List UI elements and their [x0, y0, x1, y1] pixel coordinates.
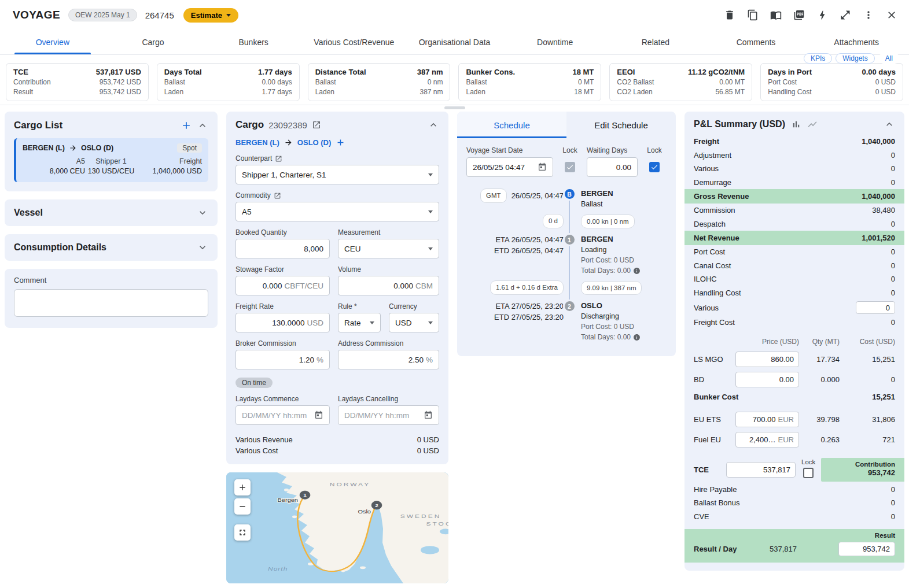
- euets-price-input[interactable]: 700.00EUR: [735, 412, 799, 427]
- route-map[interactable]: NORWAY SWEDEN STOC Bergen Oslo North 1 2: [226, 472, 448, 583]
- pdf-export-button[interactable]: [789, 5, 809, 25]
- tab-downtime[interactable]: Downtime: [505, 30, 605, 54]
- expand-consumption-button[interactable]: [197, 242, 208, 253]
- kpi-card-eeoi: EEOI11.12 gCO2/tNM CO2 Ballast0.00 MT CO…: [609, 63, 752, 101]
- commodity-select[interactable]: A5: [235, 202, 439, 221]
- voyage-start-lock-checkbox[interactable]: [565, 162, 575, 172]
- open-in-new-icon[interactable]: [275, 155, 282, 162]
- voyage-number: 264745: [145, 10, 174, 20]
- pnl-row-despatch: Despatch0: [694, 217, 895, 231]
- rule-select[interactable]: Rate: [338, 313, 381, 332]
- freight-rate-input[interactable]: 130.0000USD: [235, 313, 330, 332]
- voyage-start-input[interactable]: 26/05/25 04:47: [466, 157, 553, 177]
- tab-various-cost-revenue[interactable]: Various Cost/Revenue: [304, 30, 404, 54]
- pnl-row-commission: Commission38,480: [694, 204, 895, 217]
- timeline-marker-ballast: B: [565, 189, 575, 199]
- expand-vessel-button[interactable]: [197, 207, 208, 219]
- contribution-cell: Contribution 953,742: [821, 458, 904, 482]
- cargo-column: Cargo 23092389 BERGEN (L) OSLO (D) Count…: [226, 112, 448, 583]
- report-button[interactable]: [766, 5, 786, 25]
- tab-schedule[interactable]: Schedule: [457, 112, 566, 138]
- broker-commission-input[interactable]: 1.20%: [235, 350, 330, 369]
- tab-attachments[interactable]: Attachments: [806, 30, 907, 54]
- various-revenue-value: 0 USD: [417, 434, 439, 445]
- quick-actions-button[interactable]: [812, 5, 833, 25]
- tce-input[interactable]: 537,817: [726, 462, 796, 478]
- tce-lock-checkbox[interactable]: [803, 468, 814, 478]
- estimate-dropdown-button[interactable]: Estimate: [183, 8, 238, 23]
- bolt-icon: [816, 9, 828, 21]
- chevron-down-icon: [428, 210, 433, 213]
- currency-select[interactable]: USD: [389, 313, 439, 332]
- toolbar-icons: [719, 5, 902, 25]
- close-button[interactable]: [881, 5, 902, 25]
- voyage-app: VOYAGE OEW 2025 May 1 264745 Estimate Ov…: [0, 0, 909, 588]
- waiting-days-input[interactable]: 0.00: [587, 157, 638, 177]
- map-marker-2[interactable]: 2: [371, 501, 382, 509]
- route-discharge-port-link[interactable]: OSLO (D): [297, 138, 332, 147]
- counterpart-select[interactable]: Shipper 1, Charterer, S1: [235, 165, 439, 184]
- timeline-marker-2: 2: [565, 301, 575, 311]
- more-menu-button[interactable]: [858, 5, 879, 25]
- info-icon[interactable]: [633, 334, 641, 341]
- copy-button[interactable]: [742, 5, 763, 25]
- info-icon[interactable]: [633, 267, 641, 275]
- toggle-all[interactable]: All: [878, 53, 900, 64]
- tab-cargo[interactable]: Cargo: [103, 30, 204, 54]
- tab-edit-schedule[interactable]: Edit Schedule: [566, 112, 676, 138]
- tab-overview[interactable]: Overview: [2, 30, 103, 54]
- address-commission-input[interactable]: 2.50%: [338, 350, 439, 369]
- tab-related[interactable]: Related: [605, 30, 706, 54]
- bd-cost: 0: [844, 375, 895, 384]
- collapse-cargo-detail-button[interactable]: [428, 119, 439, 131]
- open-in-new-icon[interactable]: [274, 192, 281, 199]
- fueleu-label: Fuel EU: [694, 435, 731, 444]
- add-cargo-button[interactable]: [181, 120, 192, 131]
- zoom-out-button[interactable]: [234, 498, 251, 515]
- waiting-days-lock-checkbox[interactable]: [649, 162, 660, 172]
- calendar-icon[interactable]: [314, 411, 323, 420]
- cargo-quantity: 8,000 CEU: [23, 167, 85, 176]
- cargo-freight-label: Freight: [137, 157, 202, 167]
- comment-input[interactable]: [14, 289, 208, 317]
- booked-quantity-input[interactable]: 8,000: [235, 239, 330, 258]
- bd-price-input[interactable]: 0.00: [735, 372, 799, 387]
- expand-button[interactable]: [835, 5, 856, 25]
- collapse-cargo-list-button[interactable]: [197, 120, 208, 131]
- zoom-in-button[interactable]: [234, 479, 251, 495]
- calendar-icon[interactable]: [424, 411, 433, 420]
- euets-qty: 39.798: [804, 415, 840, 424]
- volume-input[interactable]: 0.000CBM: [338, 276, 439, 295]
- measurement-select[interactable]: CEU: [338, 239, 439, 258]
- open-cargo-button[interactable]: [312, 120, 321, 130]
- map-marker-1[interactable]: 1: [300, 491, 310, 499]
- line-chart-view-button[interactable]: [807, 119, 818, 130]
- fueleu-price-input[interactable]: 2,400…EUR: [735, 432, 799, 448]
- stowage-factor-input[interactable]: 0.000CBFT/CEU: [235, 276, 330, 295]
- leg-distance-chip: 9.09 kn | 387 nm: [581, 281, 642, 295]
- kpi-card-days-in-port: Days in Port0.00 days Port Cost0 USD Han…: [760, 63, 903, 101]
- tab-bunkers[interactable]: Bunkers: [203, 30, 304, 54]
- voyage-start-label: Voyage Start Date: [466, 146, 553, 154]
- svg-text:1: 1: [303, 493, 307, 498]
- calendar-icon[interactable]: [538, 162, 547, 172]
- tab-organisational-data[interactable]: Organisational Data: [404, 30, 505, 54]
- map-fullscreen-button[interactable]: [234, 524, 251, 541]
- result-total-input[interactable]: 953,742: [838, 542, 895, 556]
- bar-chart-view-button[interactable]: [791, 119, 801, 130]
- delete-button[interactable]: [719, 5, 740, 25]
- lsmgo-price-input[interactable]: 860.00: [735, 352, 799, 367]
- map-label-stockholm-partial: STOC: [426, 520, 448, 527]
- map-label-oslo: Oslo: [358, 509, 371, 515]
- add-port-button[interactable]: [336, 138, 345, 147]
- toggle-widgets[interactable]: Widgets: [836, 53, 874, 64]
- route-load-port-link[interactable]: BERGEN (L): [235, 138, 279, 147]
- laydays-commence-input[interactable]: DD/MM/YY hh:mm: [235, 405, 330, 425]
- toggle-kpis[interactable]: KPIs: [804, 53, 832, 64]
- laydays-cancelling-input[interactable]: DD/MM/YY hh:mm: [338, 405, 439, 425]
- tab-comments[interactable]: Comments: [706, 30, 807, 54]
- cargo-list-item[interactable]: BERGEN (L) OSLO (D) Spot A5 Shipper 1 Fr…: [14, 138, 208, 182]
- various-c ost-input[interactable]: 0: [856, 301, 895, 314]
- collapse-pnl-button[interactable]: [884, 119, 895, 130]
- stop-activity: Discharging: [581, 311, 667, 321]
